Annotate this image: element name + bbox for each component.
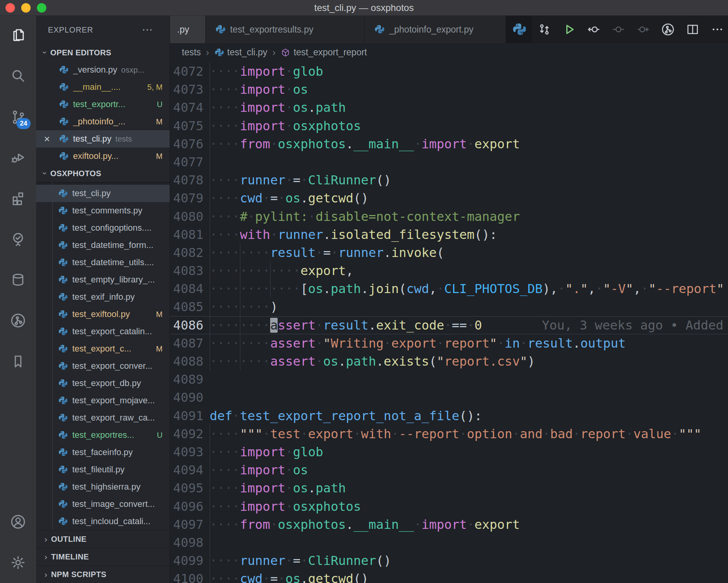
code-line[interactable]: 4099····runner·=·CliRunner() [170, 552, 728, 570]
code-line[interactable]: 4092····"""·test·export·with·--report·op… [170, 425, 728, 443]
line-number[interactable]: 4077 [170, 153, 210, 171]
compare-changes-icon[interactable] [537, 22, 551, 36]
tree-item[interactable]: test_exiftool.pyM [36, 306, 170, 323]
code-line[interactable]: 4087········assert·"Writing·export·repor… [170, 334, 728, 352]
code-line[interactable]: 4079····cwd·=·os.getcwd() [170, 189, 728, 207]
open-editor-item[interactable]: _photoinfo_...M [36, 113, 170, 130]
line-number[interactable]: 4099 [170, 552, 210, 570]
code-line[interactable]: 4085········) [170, 298, 728, 316]
close-window-icon[interactable] [5, 3, 15, 13]
tree-item[interactable]: test_export_mojave... [36, 392, 170, 409]
tree-item[interactable]: test_fileutil.py [36, 461, 170, 478]
line-number[interactable]: 4075 [170, 117, 210, 135]
line-number[interactable]: 4083 [170, 262, 210, 280]
code-line[interactable]: 4074····import·os.path [170, 98, 728, 117]
open-editor-item[interactable]: _version.pyosxp... [36, 61, 170, 78]
tree-item[interactable]: test_configoptions.... [36, 219, 170, 237]
line-number[interactable]: 4100 [170, 570, 210, 583]
line-number[interactable]: 4078 [170, 171, 210, 189]
breadcrumb-item[interactable]: test_cli.py [214, 47, 267, 58]
code-line[interactable]: 4091def·test_export_report_not_a_file(): [170, 407, 728, 425]
minimize-window-icon[interactable] [21, 3, 31, 13]
todo-tree-icon[interactable] [9, 230, 27, 248]
line-number[interactable]: 4086 [170, 316, 210, 334]
line-number[interactable]: 4089 [170, 370, 210, 388]
open-editors-header[interactable]: › OPEN EDITORS [36, 44, 170, 61]
code-line[interactable]: 4097····from·osxphotos.__main__·import·e… [170, 516, 728, 534]
tree-item[interactable]: test_datetime_form... [36, 237, 170, 254]
line-number[interactable]: 4098 [170, 534, 210, 552]
tree-item[interactable]: test_cli.py [36, 185, 170, 202]
code-line[interactable]: 4096····import·osxphotos [170, 497, 728, 516]
line-number[interactable]: 4080 [170, 208, 210, 226]
project-section-header[interactable]: › OSXPHOTOS [36, 165, 170, 182]
line-number[interactable]: 4092 [170, 425, 210, 443]
breadcrumb-item[interactable]: test_export_report [281, 47, 367, 58]
code-line[interactable]: 4098 [170, 534, 728, 552]
editor-tab[interactable]: test_exportresults.py [206, 16, 365, 43]
line-number[interactable]: 4095 [170, 479, 210, 497]
code-line[interactable]: 4095····import·os.path [170, 479, 728, 497]
tree-item[interactable]: test_export_db.py [36, 375, 170, 392]
line-number[interactable]: 4097 [170, 516, 210, 534]
code-line[interactable]: 4082········result·=·runner.invoke( [170, 244, 728, 262]
tree-item[interactable]: test_image_convert... [36, 496, 170, 513]
panel-header-outline[interactable]: ›OUTLINE [36, 530, 170, 548]
tree-item[interactable]: test_empty_library_... [36, 271, 170, 288]
settings-icon[interactable] [9, 553, 27, 572]
code-line[interactable]: 4078····runner·=·CliRunner() [170, 171, 728, 189]
line-number[interactable]: 4076 [170, 135, 210, 153]
code-line[interactable]: 4072····import·glob [170, 62, 728, 80]
code-line[interactable]: 4086········assert·result.exit_code·==·0… [170, 316, 728, 334]
tree-item[interactable]: test_export_c...M [36, 340, 170, 357]
code-line[interactable]: 4083············export, [170, 262, 728, 280]
line-number[interactable]: 4074 [170, 98, 210, 117]
code-line[interactable]: 4100····cwd·=·os.getcwd() [170, 570, 728, 583]
line-number[interactable]: 4087 [170, 334, 210, 352]
gitlens-icon[interactable] [9, 311, 27, 330]
open-editor-item[interactable]: exiftool.py...M [36, 148, 170, 165]
line-number[interactable]: 4096 [170, 497, 210, 516]
open-editor-item[interactable]: test_exportr...U [36, 96, 170, 113]
editor-tab[interactable]: _photoinfo_export.py [365, 16, 506, 43]
tree-item[interactable]: test_exif_info.py [36, 288, 170, 306]
code-line[interactable]: 4075····import·osxphotos [170, 117, 728, 135]
code-area[interactable]: 4072····import·glob4073····import·os4074… [170, 62, 728, 583]
more-actions-icon[interactable] [710, 22, 724, 36]
code-line[interactable]: 4084············[os.path.join(cwd,·CLI_P… [170, 280, 728, 298]
panel-header-npm-scripts[interactable]: ›NPM SCRIPTS [36, 565, 170, 583]
code-line[interactable]: 4089 [170, 370, 728, 388]
tree-item[interactable]: test_incloud_catali... [36, 513, 170, 530]
panel-header-timeline[interactable]: ›TIMELINE [36, 548, 170, 565]
editor-tab[interactable]: .py [170, 16, 206, 43]
line-number[interactable]: 4082 [170, 244, 210, 262]
code-line[interactable]: 4090 [170, 388, 728, 406]
tree-item[interactable]: test_datetime_utils.... [36, 254, 170, 271]
source-control-icon[interactable]: 24 [9, 107, 27, 126]
run-debug-icon[interactable] [9, 148, 27, 167]
tree-item[interactable]: test_export_catalin... [36, 323, 170, 340]
code-line[interactable]: 4080····#·pylint:·disable=not-context-ma… [170, 208, 728, 226]
search-icon[interactable] [9, 66, 27, 85]
open-editor-item[interactable]: ×test_cli.pytests [36, 130, 170, 148]
code-line[interactable]: 4093····import·glob [170, 443, 728, 461]
code-line[interactable]: 4081····with·runner.isolated_filesystem(… [170, 226, 728, 244]
run-icon[interactable] [562, 22, 576, 36]
step-forward-icon[interactable] [636, 22, 650, 36]
more-actions-icon[interactable]: ⋯ [142, 26, 153, 34]
line-number[interactable]: 4094 [170, 461, 210, 479]
tree-item[interactable]: test_exportres...U [36, 426, 170, 444]
tree-item[interactable]: test_highsierra.py [36, 478, 170, 496]
line-number[interactable]: 4084 [170, 280, 210, 298]
line-number[interactable]: 4088 [170, 352, 210, 370]
gitlens-graph-icon[interactable] [661, 22, 675, 36]
account-icon[interactable] [9, 512, 27, 531]
line-number[interactable]: 4072 [170, 62, 210, 80]
line-number[interactable]: 4085 [170, 298, 210, 316]
code-line[interactable]: 4077 [170, 153, 728, 171]
explorer-icon[interactable] [9, 26, 27, 44]
code-line[interactable]: 4076····from·osxphotos.__main__·import·e… [170, 135, 728, 153]
extensions-icon[interactable] [9, 189, 27, 208]
line-number[interactable]: 4073 [170, 80, 210, 98]
tree-item[interactable]: test_faceinfo.py [36, 444, 170, 461]
